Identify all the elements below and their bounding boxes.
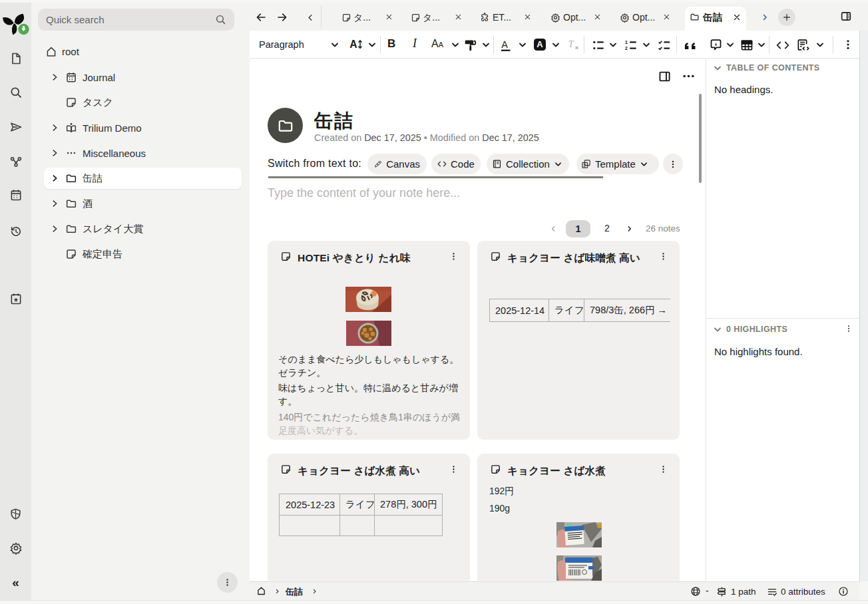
svg-text:T: T bbox=[568, 39, 574, 49]
svg-text:2: 2 bbox=[625, 45, 628, 51]
svg-text:A: A bbox=[349, 39, 357, 50]
svg-text:A: A bbox=[501, 39, 508, 50]
svg-text:1: 1 bbox=[625, 39, 628, 45]
